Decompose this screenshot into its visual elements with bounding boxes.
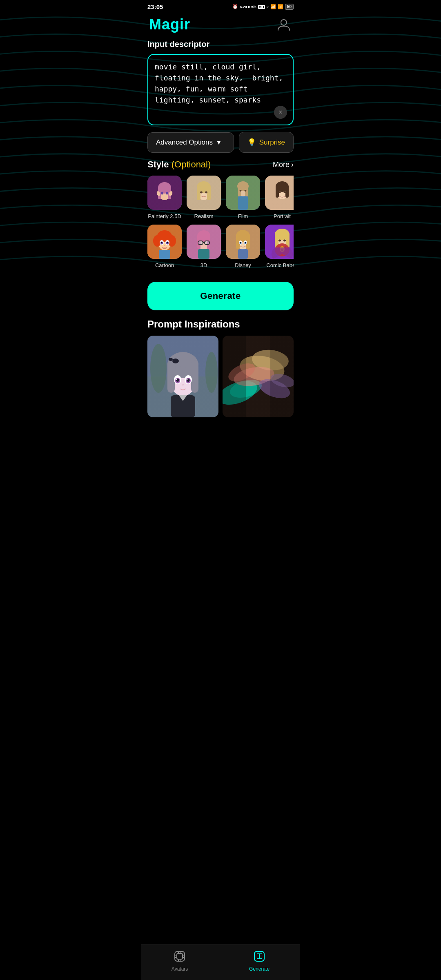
more-link[interactable]: More › — [273, 160, 294, 169]
svg-point-89 — [169, 358, 173, 361]
advanced-options-label: Advanced Options — [156, 138, 213, 147]
style-thumb-realism — [187, 176, 221, 210]
svg-rect-29 — [276, 185, 279, 198]
nav-avatars-label: Avatars — [172, 966, 188, 972]
alarm-icon: ⏰ — [232, 4, 238, 9]
style-disney[interactable]: Disney — [226, 225, 260, 269]
style-row-2: Cartoon — [147, 225, 294, 269]
svg-point-1 — [281, 20, 287, 25]
svg-rect-84 — [191, 360, 198, 393]
clear-button[interactable]: × — [274, 106, 287, 119]
input-section: Input descriptor movie still, cloud girl… — [141, 40, 300, 125]
style-name-comic-babes: Comic Babes — [266, 262, 294, 268]
options-row: Advanced Options ▼ 💡 Surprise — [141, 125, 300, 159]
style-thumb-film — [226, 176, 260, 210]
style-cartoon[interactable]: Cartoon — [147, 225, 182, 269]
svg-rect-66 — [238, 249, 248, 259]
svg-rect-111 — [175, 951, 185, 961]
style-header: Style (Optional) More › — [147, 159, 294, 170]
svg-point-16 — [200, 192, 203, 194]
svg-rect-23 — [238, 196, 248, 210]
svg-rect-59 — [246, 234, 250, 249]
surprise-button[interactable]: 💡 Surprise — [239, 132, 294, 153]
svg-point-44 — [164, 245, 165, 246]
svg-point-10 — [166, 192, 168, 195]
descriptor-input[interactable]: movie still, cloud girl, floating in the… — [155, 61, 286, 116]
style-realism[interactable]: Realism — [187, 176, 221, 220]
header: Magir — [141, 12, 300, 40]
input-label: Input descriptor — [147, 40, 294, 49]
svg-point-80 — [205, 352, 218, 393]
advanced-options-button[interactable]: Advanced Options ▼ — [147, 132, 234, 153]
input-wrapper: movie still, cloud girl, floating in the… — [147, 54, 294, 125]
style-thumb-cartoon — [147, 225, 182, 259]
profile-button[interactable] — [276, 16, 292, 33]
style-row-1: Painterly 2.5D — [147, 176, 294, 220]
status-time: 23:05 — [147, 3, 163, 10]
style-name-film: Film — [238, 213, 248, 219]
svg-rect-112 — [177, 953, 183, 959]
style-3d[interactable]: 3D — [187, 225, 221, 269]
svg-rect-14 — [197, 185, 200, 200]
svg-point-73 — [283, 240, 286, 242]
svg-point-72 — [278, 240, 281, 242]
svg-rect-54 — [198, 249, 209, 259]
style-section: Style (Optional) More › — [141, 159, 300, 269]
style-thumb-painterly — [147, 176, 182, 210]
style-portrait[interactable]: Portrait — [265, 176, 294, 220]
svg-point-88 — [172, 359, 179, 363]
svg-rect-15 — [207, 185, 211, 200]
svg-point-65 — [245, 242, 246, 243]
inspiration-abstract[interactable] — [223, 336, 294, 417]
style-thumb-disney — [226, 225, 260, 259]
inspiration-anime[interactable] — [147, 336, 218, 417]
svg-point-87 — [170, 363, 176, 375]
nav-avatars[interactable]: Avatars — [172, 950, 188, 972]
generate-icon — [253, 950, 266, 964]
style-comic-babes[interactable]: S Comic Babes — [265, 225, 294, 269]
style-film[interactable]: Film — [226, 176, 260, 220]
svg-rect-30 — [285, 185, 289, 198]
svg-point-42 — [161, 242, 163, 243]
svg-point-25 — [245, 190, 247, 192]
battery-icon: 50 — [285, 4, 294, 10]
svg-point-79 — [150, 344, 167, 393]
svg-rect-52 — [205, 241, 209, 245]
svg-point-37 — [168, 235, 176, 247]
chevron-down-icon: ▼ — [216, 139, 222, 146]
style-painterly[interactable]: Painterly 2.5D — [147, 176, 182, 220]
wifi-icon: 📶 — [278, 4, 283, 9]
style-title-text: Style — [147, 159, 169, 169]
generate-button[interactable]: Generate — [147, 282, 294, 310]
svg-rect-58 — [236, 234, 240, 249]
sim1-icon: 2 — [267, 5, 269, 9]
generate-section: Generate — [141, 274, 300, 318]
svg-point-97 — [187, 379, 188, 380]
style-optional-text: (Optional) — [172, 159, 211, 169]
svg-point-24 — [240, 190, 242, 192]
style-name-3d: 3D — [200, 262, 207, 268]
svg-rect-51 — [198, 241, 203, 245]
svg-rect-110 — [270, 336, 294, 417]
svg-point-36 — [153, 235, 161, 247]
inspirations-grid — [147, 336, 294, 417]
bottom-nav: Avatars Generate — [141, 944, 300, 980]
nav-generate[interactable]: Generate — [249, 950, 270, 972]
chevron-right-icon: › — [291, 160, 294, 169]
svg-point-43 — [167, 242, 168, 243]
style-name-realism: Realism — [194, 213, 214, 219]
inspirations-title: Prompt Inspirations — [147, 318, 294, 330]
style-name-portrait: Portrait — [274, 213, 291, 219]
svg-point-9 — [161, 192, 163, 195]
signal-icon: 📶 — [270, 4, 276, 9]
svg-point-64 — [240, 242, 241, 243]
avatars-icon — [173, 950, 186, 964]
more-label: More — [273, 160, 290, 169]
app-logo: Magir — [149, 16, 190, 33]
style-thumb-portrait — [265, 176, 294, 210]
style-thumb-comic-babes: S — [265, 225, 294, 259]
svg-point-86 — [180, 365, 186, 375]
bulb-icon: 💡 — [247, 138, 256, 147]
data-speed: 6.20 KB/s — [240, 5, 256, 9]
status-icons: ⏰ 6.20 KB/s HD 2 📶 📶 50 — [232, 4, 294, 10]
